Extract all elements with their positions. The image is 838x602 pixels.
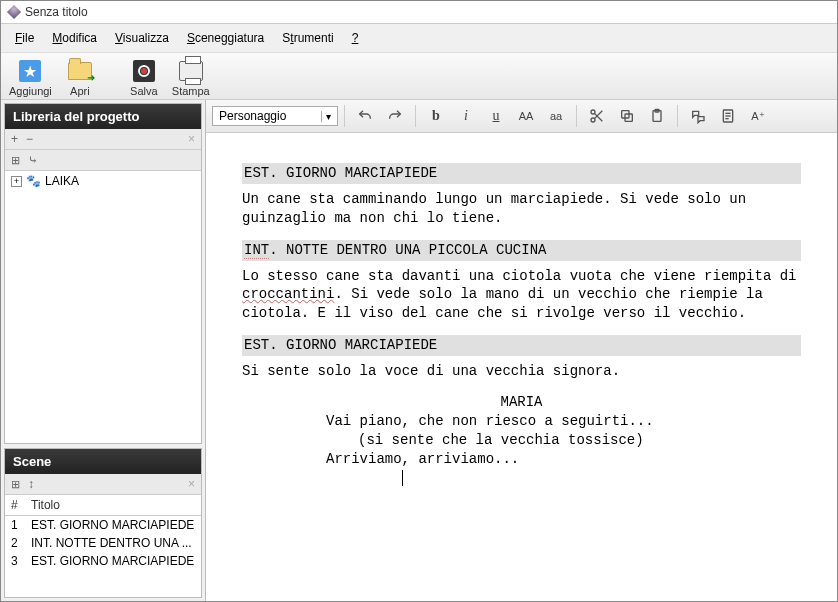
save-icon <box>133 60 155 82</box>
copy-button[interactable] <box>613 104 641 128</box>
scissors-icon <box>589 108 605 124</box>
parenthetical[interactable]: (si sente che la vecchia tossisce) <box>358 431 685 450</box>
tree-expand-icon[interactable]: + <box>11 176 22 187</box>
redo-icon <box>387 108 403 124</box>
chevron-down-icon: ▾ <box>321 111 331 122</box>
titlebar: Senza titolo <box>1 1 837 24</box>
add-item-button[interactable]: + <box>11 132 18 146</box>
scene-sort-button[interactable]: ↕ <box>28 477 34 491</box>
library-panel: Libreria del progetto + − × ⊞ ⤷ + 🐾 LAIK… <box>4 103 202 444</box>
dialogue-text[interactable]: Arriviamo, arriviamo... <box>326 450 717 469</box>
menu-strumenti[interactable]: Strumenti <box>274 28 341 48</box>
scene-panel: Scene ⊞ ↕ × # Titolo 1EST. GIORNO MARCIA <box>4 448 202 598</box>
paste-button[interactable] <box>643 104 671 128</box>
notes-button[interactable] <box>714 104 742 128</box>
clipboard-icon <box>649 108 665 124</box>
character-name[interactable]: MARIA <box>242 393 801 412</box>
undo-icon <box>357 108 373 124</box>
lowercase-button[interactable]: aa <box>542 104 570 128</box>
format-toolbar: Personaggio ▾ b i u AA aa <box>206 100 837 133</box>
menu-modifica[interactable]: Modifica <box>44 28 105 48</box>
copy-icon <box>619 108 635 124</box>
scene-title: Scene <box>5 449 201 474</box>
action-text[interactable]: Si sente solo la voce di una vecchia sig… <box>242 362 801 381</box>
scene-heading[interactable]: EST. GIORNO MARCIAPIEDE <box>242 163 801 184</box>
paw-icon: 🐾 <box>26 174 41 188</box>
close-panel-button[interactable]: × <box>188 132 195 146</box>
menubar: File Modifica Visualizza Sceneggiatura S… <box>1 24 837 53</box>
scene-heading[interactable]: EST. GIORNO MARCIAPIEDE <box>242 335 801 356</box>
menu-help[interactable]: ? <box>344 28 367 48</box>
menu-visualizza[interactable]: Visualizza <box>107 28 177 48</box>
save-button[interactable]: Salva <box>130 59 158 97</box>
library-subcontrols: ⊞ ⤷ <box>5 150 201 171</box>
expand-all-button[interactable]: ⊞ <box>11 154 20 167</box>
scene-controls: ⊞ ↕ × <box>5 474 201 495</box>
library-title: Libreria del progetto <box>5 104 201 129</box>
star-icon <box>19 60 41 82</box>
app-window: Senza titolo File Modifica Visualizza Sc… <box>0 0 838 602</box>
element-style-select[interactable]: Personaggio ▾ <box>212 106 338 126</box>
font-size-button[interactable]: A⁺ <box>744 104 772 128</box>
scene-row[interactable]: 1EST. GIORNO MARCIAPIEDE <box>5 516 201 535</box>
editor-column: Personaggio ▾ b i u AA aa <box>206 100 837 601</box>
bold-button[interactable]: b <box>422 104 450 128</box>
scene-heading[interactable]: INT. NOTTE DENTRO UNA PICCOLA CUCINA <box>242 240 801 261</box>
scene-expand-button[interactable]: ⊞ <box>11 478 20 491</box>
scene-list[interactable]: # Titolo 1EST. GIORNO MARCIAPIEDE 2INT. … <box>5 495 201 597</box>
speech-bubbles-icon <box>690 108 706 124</box>
scene-row[interactable]: 2INT. NOTTE DENTRO UNA ... <box>5 534 201 552</box>
folder-open-icon <box>68 62 92 80</box>
left-column: Libreria del progetto + − × ⊞ ⤷ + 🐾 LAIK… <box>1 100 206 601</box>
action-text[interactable]: Lo stesso cane sta davanti una ciotola v… <box>242 267 801 324</box>
uppercase-button[interactable]: AA <box>512 104 540 128</box>
script-editor[interactable]: EST. GIORNO MARCIAPIEDE Un cane sta camm… <box>206 133 837 601</box>
menu-sceneggiatura[interactable]: Sceneggiatura <box>179 28 272 48</box>
goto-button[interactable]: ⤷ <box>28 153 38 167</box>
col-num[interactable]: # <box>5 495 25 516</box>
print-button[interactable]: Stampa <box>172 59 210 97</box>
body: Libreria del progetto + − × ⊞ ⤷ + 🐾 LAIK… <box>1 100 837 601</box>
italic-button[interactable]: i <box>452 104 480 128</box>
scene-close-button[interactable]: × <box>188 477 195 491</box>
add-button[interactable]: Aggiungi <box>9 59 52 97</box>
dialogue-button[interactable] <box>684 104 712 128</box>
library-controls: + − × <box>5 129 201 150</box>
dialogue-text[interactable]: Vai piano, che non riesco a seguirti... <box>326 412 717 431</box>
menu-file[interactable]: File <box>7 28 42 48</box>
project-name: LAIKA <box>45 174 79 188</box>
col-title[interactable]: Titolo <box>25 495 201 516</box>
text-cursor <box>402 470 403 486</box>
tree-root-item[interactable]: + 🐾 LAIKA <box>9 173 197 189</box>
document-icon <box>720 108 736 124</box>
undo-button[interactable] <box>351 104 379 128</box>
remove-item-button[interactable]: − <box>26 132 33 146</box>
window-title: Senza titolo <box>25 5 88 19</box>
app-icon <box>7 5 21 19</box>
cut-button[interactable] <box>583 104 611 128</box>
redo-button[interactable] <box>381 104 409 128</box>
printer-icon <box>179 61 203 81</box>
underline-button[interactable]: u <box>482 104 510 128</box>
action-text[interactable]: Un cane sta camminando lungo un marciapi… <box>242 190 801 228</box>
open-button[interactable]: Apri <box>66 59 94 97</box>
library-tree[interactable]: + 🐾 LAIKA <box>5 171 201 443</box>
scene-row[interactable]: 3EST. GIORNO MARCIAPIEDE <box>5 552 201 570</box>
main-toolbar: Aggiungi Apri Salva Stampa <box>1 53 837 100</box>
